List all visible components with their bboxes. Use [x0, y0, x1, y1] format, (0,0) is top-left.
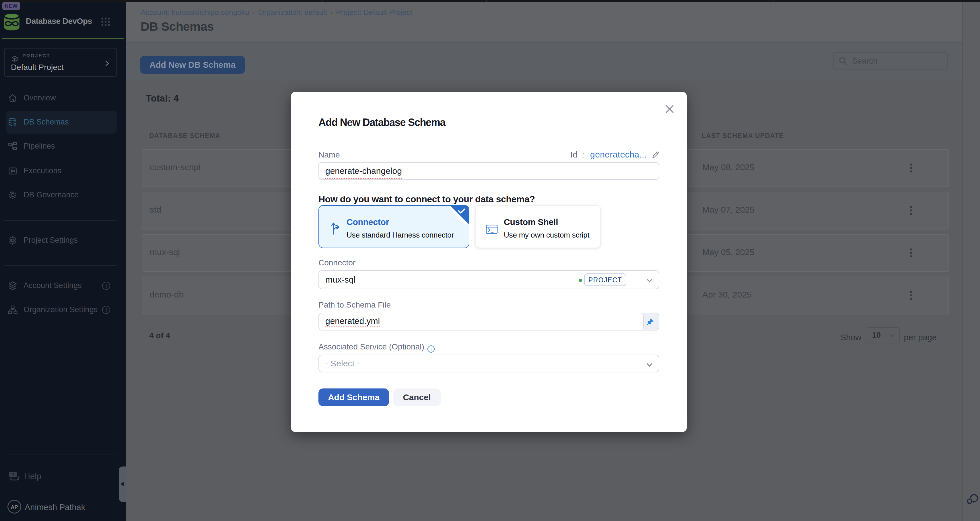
- svg-text:?: ?: [11, 472, 14, 477]
